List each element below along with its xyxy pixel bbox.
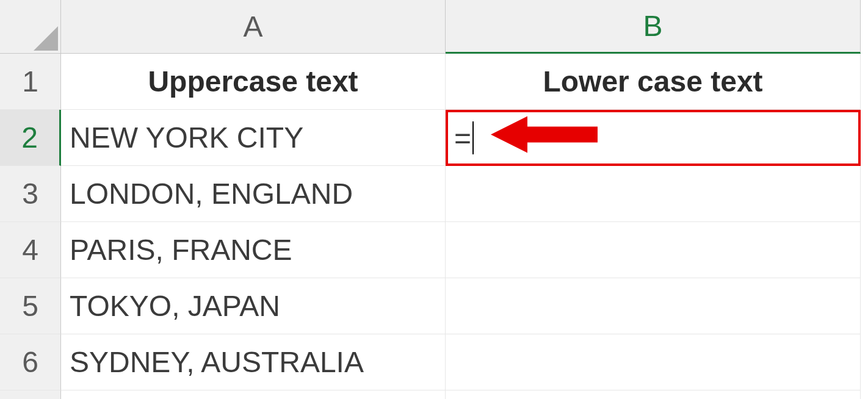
row-header-4[interactable]: 4 <box>0 222 61 278</box>
text-cursor <box>472 121 474 154</box>
row-header-7[interactable] <box>0 390 61 399</box>
col-header-A[interactable]: A <box>61 0 446 54</box>
cell-A1[interactable]: Uppercase text <box>61 54 446 110</box>
row-header-5[interactable]: 5 <box>0 278 61 334</box>
col-header-B[interactable]: B <box>446 0 861 54</box>
spreadsheet-grid: A B 1 Uppercase text Lower case text 2 N… <box>0 0 868 399</box>
row-header-6[interactable]: 6 <box>0 334 61 390</box>
row-header-1[interactable]: 1 <box>0 54 61 110</box>
row-header-3[interactable]: 3 <box>0 166 61 222</box>
cell-A6[interactable]: SYDNEY, AUSTRALIA <box>61 334 446 390</box>
cell-B3[interactable] <box>446 166 861 222</box>
cell-A5[interactable]: TOKYO, JAPAN <box>61 278 446 334</box>
cell-A3[interactable]: LONDON, ENGLAND <box>61 166 446 222</box>
select-all-corner[interactable] <box>0 0 61 54</box>
svg-marker-0 <box>491 117 598 153</box>
row-header-2[interactable]: 2 <box>0 110 61 166</box>
arrow-annotation-icon <box>491 113 601 163</box>
cell-A4[interactable]: PARIS, FRANCE <box>61 222 446 278</box>
cell-B1[interactable]: Lower case text <box>446 54 861 110</box>
cell-A2[interactable]: NEW YORK CITY <box>61 110 446 166</box>
cell-B6[interactable] <box>446 334 861 390</box>
formula-input[interactable]: = <box>454 121 471 155</box>
cell-B7[interactable] <box>446 390 861 399</box>
cell-B4[interactable] <box>446 222 861 278</box>
cell-B2[interactable]: = <box>446 110 861 166</box>
cell-A7[interactable] <box>61 390 446 399</box>
cell-B5[interactable] <box>446 278 861 334</box>
